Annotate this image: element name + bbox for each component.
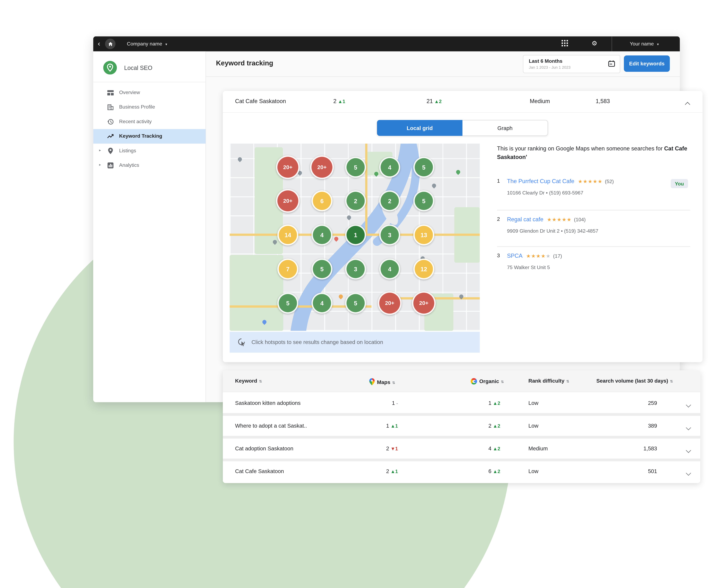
map-grid-cell[interactable]: 20+ [276, 189, 300, 213]
maps-rank-cell: 2▲1 [359, 468, 398, 475]
column-rank-difficulty[interactable]: Rank difficulty⇅ [528, 378, 569, 383]
page-title: Keyword tracking [216, 59, 273, 67]
click-cursor-icon [237, 338, 246, 346]
sidebar-item-recent-activity[interactable]: Recent activity [93, 114, 205, 129]
expand-row-button[interactable] [687, 468, 690, 477]
edit-keywords-button[interactable]: Edit keywords [624, 56, 670, 72]
divider [205, 76, 680, 77]
expand-caret-icon[interactable]: ▸ [99, 163, 101, 167]
map-grid-cell[interactable]: 5 [345, 157, 366, 178]
map-grid-cell[interactable]: 7 [277, 259, 298, 279]
settings-gear-button[interactable]: ⚙ [592, 40, 597, 47]
map-grid-cell[interactable]: 5 [311, 259, 332, 279]
table-row[interactable]: Cat adoption Saskatoon 2▼1 4▲2 Medium 1,… [223, 439, 700, 458]
map-grid-cell[interactable]: 4 [379, 157, 400, 178]
divider [223, 436, 700, 439]
map-grid-cell[interactable]: 3 [345, 259, 366, 279]
company-menu[interactable]: Company name▾ [127, 41, 167, 46]
listing-address: 75 Walker St Unit 5 [507, 265, 550, 270]
chevron-down-icon: ▾ [165, 42, 167, 46]
bar-chart-icon [107, 162, 114, 169]
apps-grid-button[interactable] [562, 40, 568, 48]
sidebar-item-overview[interactable]: Overview [93, 85, 205, 100]
map-grid-cell[interactable]: 3 [379, 225, 400, 246]
map-grid-cell[interactable]: 5 [413, 157, 434, 178]
map-grid-cell[interactable]: 5 [413, 190, 434, 211]
sidebar-item-listings[interactable]: ▸ Listings [93, 144, 205, 158]
listing-address: 10166 Clearly Dr • (519) 693-5967 [507, 190, 583, 195]
building-icon [107, 104, 114, 111]
table-row[interactable]: Saskatoon kitten adoptions 1- 1▲2 Low 25… [223, 393, 700, 413]
home-button[interactable] [105, 39, 116, 49]
maps-rank-cell: 1▲1 [359, 423, 398, 429]
map-grid-cell[interactable]: 5 [277, 293, 298, 313]
map-grid-cell[interactable]: 2 [379, 190, 400, 211]
local-grid-map[interactable]: 20+ 20+ 5 4 5 20+ 6 2 2 5 14 4 1 3 13 7 … [230, 144, 480, 331]
tab-local-grid[interactable]: Local grid [377, 120, 463, 136]
maps-rank: 2▲1 [333, 98, 345, 104]
review-count: (104) [574, 217, 586, 222]
map-grid-cell[interactable]: 5 [345, 293, 366, 313]
map-grid-cell[interactable]: 14 [277, 225, 298, 246]
listing-link[interactable]: Regal cat cafe★★★★★(104) [507, 216, 586, 223]
star-rating: ★★★★ [526, 253, 546, 259]
view-tabs: Local grid Graph [377, 120, 548, 136]
map-grid-cell[interactable]: 12 [413, 259, 434, 279]
google-maps-icon [369, 378, 375, 386]
star-rating: ★★★★★ [578, 178, 603, 184]
hotspot-note-text: Click hotspots to see results change bas… [251, 339, 383, 345]
date-range-picker[interactable]: Last 6 Months Jan 1 2023 - Jun 1 2023 [523, 55, 620, 73]
map-grid-cell[interactable]: 4 [311, 225, 332, 246]
user-menu[interactable]: Your name▾ [630, 41, 659, 46]
sort-icon: ⇅ [670, 379, 673, 383]
listing-link[interactable]: SPCA★★★★★(17) [507, 253, 562, 259]
organic-rank-cell: 2▲2 [462, 423, 500, 429]
apps-grid-icon [562, 40, 568, 46]
divider [93, 82, 205, 82]
overview-icon [107, 89, 114, 97]
expand-caret-icon[interactable]: ▸ [99, 148, 101, 152]
you-badge: You [671, 179, 688, 188]
chevron-up-icon [685, 102, 690, 107]
column-keyword[interactable]: Keyword⇅ [235, 378, 262, 383]
sidebar-item-business-profile[interactable]: Business Profile [93, 100, 205, 114]
keyword-summary-row[interactable]: Cat Cafe Saskatoon 2▲1 21▲2 Medium 1,583 [223, 91, 702, 113]
date-range-label: Last 6 Months [529, 58, 563, 64]
expand-row-button[interactable] [687, 446, 690, 454]
top-bar: ‹ Company name▾ ⚙ Your name▾ [93, 36, 680, 51]
map-grid-cell[interactable]: 20+ [378, 291, 402, 315]
map-grid-cell[interactable]: 20+ [276, 155, 300, 179]
map-grid-cell[interactable]: 1 [345, 225, 366, 246]
maps-rank-cell: 1- [359, 400, 398, 406]
divider [497, 210, 690, 210]
table-row[interactable]: Cat Cafe Saskatoon 2▲1 6▲2 Low 501 [223, 461, 700, 481]
chevron-down-icon: ▾ [657, 42, 659, 46]
brand-title: Local SEO [124, 64, 152, 71]
collapse-button[interactable] [686, 100, 689, 108]
sidebar-item-analytics[interactable]: ▸ Analytics [93, 158, 205, 173]
map-grid-cell[interactable]: 20+ [310, 155, 334, 179]
column-search-volume[interactable]: Search volume (last 30 days)⇅ [596, 378, 673, 383]
column-maps[interactable]: Maps⇅ [369, 378, 395, 386]
column-organic[interactable]: Organic⇅ [471, 378, 504, 384]
table-row[interactable]: Where to adopt a cat Saskat.. 1▲1 2▲2 Lo… [223, 416, 700, 436]
table-header: Keyword⇅ Maps⇅ Organic⇅ Rank difficulty⇅… [223, 370, 700, 392]
expand-row-button[interactable] [687, 400, 690, 408]
map-grid-cell[interactable]: 4 [379, 259, 400, 279]
sidebar: Local SEO Overview Business Profile Rece… [93, 51, 206, 402]
map-grid-cell[interactable]: 6 [311, 190, 332, 211]
divider [497, 246, 690, 247]
map-grid-cell[interactable]: 13 [413, 225, 434, 246]
map-grid-cell[interactable]: 20+ [412, 291, 436, 315]
divider [223, 413, 700, 416]
map-grid-cell[interactable]: 2 [345, 190, 366, 211]
sidebar-item-keyword-tracking[interactable]: Keyword Tracking [93, 129, 205, 144]
organic-rank-cell: 6▲2 [462, 468, 500, 475]
expand-row-button[interactable] [687, 423, 690, 431]
date-range-sub: Jan 1 2023 - Jun 1 2023 [529, 65, 571, 69]
map-grid-cell[interactable]: 4 [311, 293, 332, 313]
divider [612, 36, 612, 51]
listing-link[interactable]: The Purrfect Cup Cat Cafe★★★★★(52) [507, 178, 614, 185]
tab-graph[interactable]: Graph [463, 120, 548, 136]
back-icon[interactable]: ‹ [98, 39, 100, 48]
